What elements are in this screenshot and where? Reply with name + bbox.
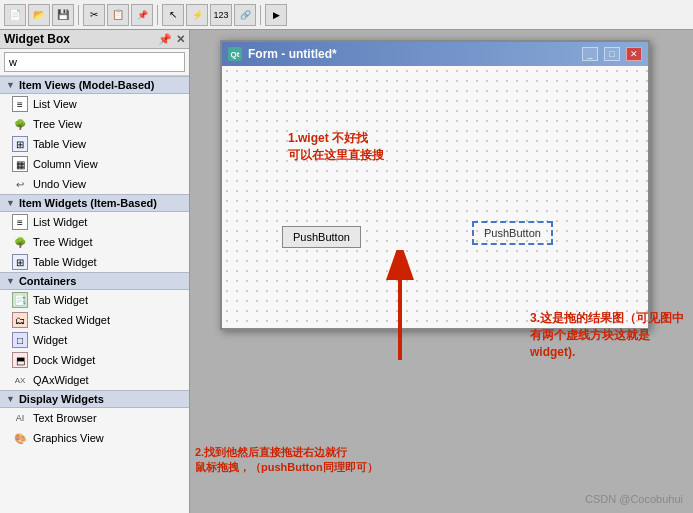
category-label-3: Containers [19,275,76,287]
category-arrow-2: ▼ [6,198,15,208]
list-item-widget[interactable]: □ Widget [0,330,189,350]
open-button[interactable]: 📂 [28,4,50,26]
table-view-label: Table View [33,138,86,150]
table-widget-label: Table Widget [33,256,97,268]
pin-icon[interactable]: 📌 [158,33,172,46]
list-item-tree-widget[interactable]: 🌳 Tree Widget [0,232,189,252]
qt-form-title: Form - untitled* [248,47,576,61]
category-label-4: Display Widgets [19,393,104,405]
pointer-button[interactable]: ↖ [162,4,184,26]
toolbar-separator-2 [157,5,158,25]
category-label-2: Item Widgets (Item-Based) [19,197,157,209]
list-item-undo-view[interactable]: ↩ Undo View [0,174,189,194]
stacked-widget-icon: 🗂 [12,312,28,328]
list-item-graphics-view[interactable]: 🎨 Graphics View [0,428,189,448]
qax-widget-label: QAxWidget [33,374,89,386]
undo-view-icon: ↩ [12,176,28,192]
taborder-button[interactable]: 123 [210,4,232,26]
qt-form-titlebar: Qt Form - untitled* _ □ ✕ [222,42,648,66]
paste-button[interactable]: 📌 [131,4,153,26]
annotation-drag-note: 2.找到他然后直接拖进右边就行 鼠标拖拽，（pushButton同理即可） [195,445,378,476]
widget-box: Widget Box 📌 ✕ ▼ Item Views (Model-Based… [0,30,190,513]
connect-button[interactable]: ⚡ [186,4,208,26]
dock-widget-icon: ⬒ [12,352,28,368]
tree-view-icon: 🌳 [12,116,28,132]
table-widget-icon: ⊞ [12,254,28,270]
qt-form-body[interactable]: PushButton PushButton [222,66,648,328]
text-browser-label: Text Browser [33,412,97,424]
tab-widget-icon: 📑 [12,292,28,308]
close-widget-icon[interactable]: ✕ [176,33,185,46]
tab-widget-label: Tab Widget [33,294,88,306]
tree-widget-label: Tree Widget [33,236,93,248]
search-box [0,49,189,76]
text-browser-icon: AI [12,410,28,426]
list-view-label: List View [33,98,77,110]
graphics-view-label: Graphics View [33,432,104,444]
new-button[interactable]: 📄 [4,4,26,26]
push-button-1[interactable]: PushButton [282,226,361,248]
category-containers[interactable]: ▼ Containers [0,272,189,290]
qax-widget-icon: AX [12,372,28,388]
category-arrow-3: ▼ [6,276,15,286]
list-item-table-widget[interactable]: ⊞ Table Widget [0,252,189,272]
list-item-list-widget[interactable]: ≡ List Widget [0,212,189,232]
widget-box-header-icons: 📌 ✕ [158,33,185,46]
push-button-2[interactable]: PushButton [472,221,553,245]
list-widget-label: List Widget [33,216,87,228]
save-button[interactable]: 💾 [52,4,74,26]
list-item-tree-view[interactable]: 🌳 Tree View [0,114,189,134]
table-view-icon: ⊞ [12,136,28,152]
widget-box-title: Widget Box [4,32,70,46]
minimize-button[interactable]: _ [582,47,598,61]
category-arrow-4: ▼ [6,394,15,404]
list-item-qax-widget[interactable]: AX QAxWidget [0,370,189,390]
category-item-views[interactable]: ▼ Item Views (Model-Based) [0,76,189,94]
tree-view-label: Tree View [33,118,82,130]
main-layout: Widget Box 📌 ✕ ▼ Item Views (Model-Based… [0,30,693,513]
graphics-view-icon: 🎨 [12,430,28,446]
search-input[interactable] [4,52,185,72]
watermark: CSDN @Cocobuhui [585,493,683,505]
copy-button[interactable]: 📋 [107,4,129,26]
dock-widget-label: Dock Widget [33,354,95,366]
qt-logo: Qt [228,47,242,61]
list-item-tab-widget[interactable]: 📑 Tab Widget [0,290,189,310]
category-display-widgets[interactable]: ▼ Display Widgets [0,390,189,408]
toolbar-separator-1 [78,5,79,25]
list-widget-icon: ≡ [12,214,28,230]
preview-button[interactable]: ▶ [265,4,287,26]
widget-label: Widget [33,334,67,346]
list-item-dock-widget[interactable]: ⬒ Dock Widget [0,350,189,370]
list-item-list-view[interactable]: ≡ List View [0,94,189,114]
canvas-area: Qt Form - untitled* _ □ ✕ PushButton Pus… [190,30,693,513]
category-arrow-1: ▼ [6,80,15,90]
widget-list: ▼ Item Views (Model-Based) ≡ List View 🌳… [0,76,189,513]
maximize-button[interactable]: □ [604,47,620,61]
stacked-widget-label: Stacked Widget [33,314,110,326]
column-view-icon: ▦ [12,156,28,172]
column-view-label: Column View [33,158,98,170]
cut-button[interactable]: ✂ [83,4,105,26]
toolbar-separator-3 [260,5,261,25]
category-item-widgets[interactable]: ▼ Item Widgets (Item-Based) [0,194,189,212]
category-label-1: Item Views (Model-Based) [19,79,155,91]
undo-view-label: Undo View [33,178,86,190]
buddy-button[interactable]: 🔗 [234,4,256,26]
qt-form-window: Qt Form - untitled* _ □ ✕ PushButton Pus… [220,40,650,330]
list-item-stacked-widget[interactable]: 🗂 Stacked Widget [0,310,189,330]
widget-icon: □ [12,332,28,348]
list-item-column-view[interactable]: ▦ Column View [0,154,189,174]
close-button[interactable]: ✕ [626,47,642,61]
list-view-icon: ≡ [12,96,28,112]
list-item-table-view[interactable]: ⊞ Table View [0,134,189,154]
list-item-text-browser[interactable]: AI Text Browser [0,408,189,428]
toolbar: 📄 📂 💾 ✂ 📋 📌 ↖ ⚡ 123 🔗 ▶ [0,0,693,30]
tree-widget-icon: 🌳 [12,234,28,250]
widget-box-header: Widget Box 📌 ✕ [0,30,189,49]
